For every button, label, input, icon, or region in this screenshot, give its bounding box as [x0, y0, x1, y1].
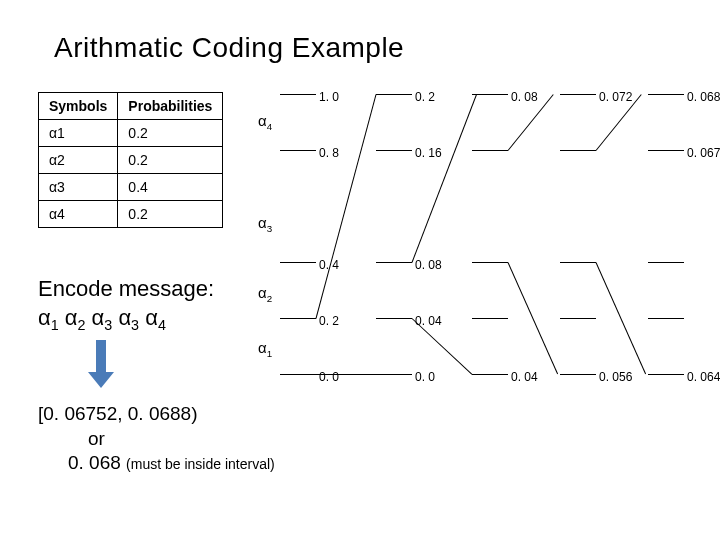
col1-0.16: 0. 16	[415, 146, 442, 160]
link-line	[316, 94, 377, 318]
col1-top: 0. 2	[415, 90, 435, 104]
interval-col-1: 0. 2 0. 16 0. 08 0. 04 0. 0	[376, 94, 412, 374]
link-line	[596, 262, 647, 374]
table-row: α4 0.2	[39, 201, 223, 228]
interval-col-2: 0. 08 0. 04	[472, 94, 508, 374]
th-symbols: Symbols	[39, 93, 118, 120]
cell-prob: 0.4	[118, 174, 223, 201]
col0-0.2: 0. 2	[319, 314, 339, 328]
alpha4-label: α4	[258, 112, 272, 132]
interval-col-3: 0. 072 0. 056	[560, 94, 596, 374]
encode-sequence: α1 α2 α3 α3 α4	[38, 304, 214, 335]
result-interval: [0. 06752, 0. 0688)	[38, 402, 275, 427]
result-text: [0. 06752, 0. 0688) or 0. 068 (must be i…	[38, 402, 275, 476]
encode-message: Encode message: α1 α2 α3 α3 α4	[38, 275, 214, 335]
link-line	[316, 374, 376, 375]
col4-top: 0. 0688	[687, 90, 720, 104]
col1-0.08: 0. 08	[415, 258, 442, 272]
alpha3-label: α3	[258, 214, 272, 234]
col0-bot: 0. 0	[319, 370, 339, 384]
col0-top: 1. 0	[319, 90, 339, 104]
cell-symbol: α2	[39, 147, 118, 174]
alpha1-label: α1	[258, 339, 272, 359]
th-probabilities: Probabilities	[118, 93, 223, 120]
encode-label: Encode message:	[38, 275, 214, 304]
link-line	[412, 94, 477, 262]
result-note: (must be inside interval)	[126, 456, 275, 472]
result-value: 0. 068	[38, 452, 121, 473]
result-or: or	[38, 427, 275, 452]
col2-bot: 0. 04	[511, 370, 538, 384]
link-line	[508, 262, 559, 374]
result-value-line: 0. 068 (must be inside interval)	[38, 451, 275, 476]
down-arrow-icon	[88, 340, 114, 390]
cell-prob: 0.2	[118, 120, 223, 147]
page-title: Arithmatic Coding Example	[54, 32, 404, 64]
interval-diagram: α4 α3 α2 α1 1. 0 0. 8 0. 4 0. 2 0. 0 0. …	[268, 94, 698, 394]
alpha2-label: α2	[258, 284, 272, 304]
cell-symbol: α3	[39, 174, 118, 201]
cell-prob: 0.2	[118, 147, 223, 174]
col0-0.8: 0. 8	[319, 146, 339, 160]
interval-col-4: 0. 0688 0. 06752 0. 0644	[648, 94, 684, 374]
table-header-row: Symbols Probabilities	[39, 93, 223, 120]
col3-top: 0. 072	[599, 90, 632, 104]
table-row: α1 0.2	[39, 120, 223, 147]
interval-col-0: 1. 0 0. 8 0. 4 0. 2 0. 0	[280, 94, 316, 374]
col1-bot: 0. 0	[415, 370, 435, 384]
table-row: α2 0.2	[39, 147, 223, 174]
table-row: α3 0.4	[39, 174, 223, 201]
cell-prob: 0.2	[118, 201, 223, 228]
probability-table: Symbols Probabilities α1 0.2 α2 0.2 α3 0…	[38, 92, 223, 228]
col4-06752: 0. 06752	[687, 146, 720, 160]
col3-bot: 0. 056	[599, 370, 632, 384]
col2-top: 0. 08	[511, 90, 538, 104]
cell-symbol: α4	[39, 201, 118, 228]
cell-symbol: α1	[39, 120, 118, 147]
col4-bot: 0. 0644	[687, 370, 720, 384]
